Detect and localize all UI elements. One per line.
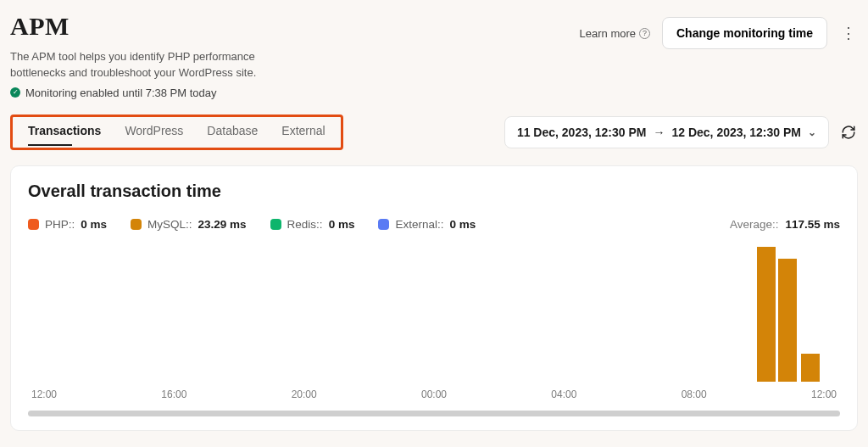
x-tick: 08:00: [682, 388, 707, 400]
date-range-to: 12 Dec, 2023, 12:30 PM: [671, 126, 801, 139]
tab-external[interactable]: External: [281, 124, 325, 141]
legend-mysql-label: MySQL::: [147, 218, 192, 231]
chevron-down-icon: ⌄: [808, 126, 816, 138]
legend-mysql: MySQL:: 23.29 ms: [131, 218, 247, 231]
legend-php-label: PHP::: [45, 218, 75, 231]
chart-bar: [801, 354, 820, 382]
help-icon: ?: [639, 28, 650, 39]
legend-redis-label: Redis::: [287, 218, 323, 231]
chart-bars: [28, 239, 840, 382]
page-title: APM: [10, 12, 568, 41]
legend-redis: Redis:: 0 ms: [270, 218, 355, 231]
x-axis: 12:0016:0020:0000:0004:0008:0012:00: [28, 388, 840, 400]
check-icon: ✓: [10, 87, 20, 98]
monitoring-status: ✓ Monitoring enabled until 7:38 PM today: [10, 87, 568, 99]
date-range-arrow-icon: →: [653, 126, 665, 139]
tab-transactions[interactable]: Transactions: [28, 124, 101, 141]
average-block: Average:: 117.55 ms: [730, 218, 840, 231]
date-range-picker[interactable]: 11 Dec, 2023, 12:30 PM → 12 Dec, 2023, 1…: [504, 116, 829, 148]
x-tick: 20:00: [292, 388, 317, 400]
tab-database[interactable]: Database: [207, 124, 258, 141]
legend-external-label: External::: [395, 218, 443, 231]
learn-more-label: Learn more: [580, 27, 636, 40]
average-label: Average::: [730, 218, 779, 231]
chart: 12:0016:0020:0000:0004:0008:0012:00: [28, 239, 840, 400]
subtitle-line2: bottlenecks and troubleshoot your WordPr…: [10, 66, 256, 79]
x-tick: 04:00: [551, 388, 576, 400]
page-subtitle: The APM tool helps you identify PHP perf…: [10, 49, 290, 81]
chart-horizontal-scrollbar[interactable]: [28, 411, 840, 416]
transaction-time-panel: Overall transaction time PHP:: 0 ms MySQ…: [10, 165, 858, 431]
legend-external: External:: 0 ms: [378, 218, 476, 231]
legend-php-value: 0 ms: [81, 218, 107, 231]
more-options-button[interactable]: ⋮: [839, 25, 858, 41]
legend-external-value: 0 ms: [449, 218, 476, 231]
tabs-highlight-box: Transactions WordPress Database External: [10, 115, 343, 150]
swatch-mysql: [131, 219, 142, 230]
x-tick: 12:00: [31, 388, 57, 400]
refresh-button[interactable]: [839, 123, 858, 142]
average-value: 117.55 ms: [785, 218, 840, 231]
status-text: Monitoring enabled until 7:38 PM today: [25, 87, 216, 99]
chart-bar: [778, 259, 797, 382]
legend-mysql-value: 23.29 ms: [198, 218, 247, 231]
legend-redis-value: 0 ms: [329, 218, 355, 231]
x-tick: 12:00: [811, 388, 837, 400]
legend: PHP:: 0 ms MySQL:: 23.29 ms Redis:: 0 ms…: [28, 218, 840, 231]
swatch-php: [28, 219, 39, 230]
x-tick: 00:00: [421, 388, 447, 400]
chart-bar: [757, 247, 776, 382]
tab-wordpress[interactable]: WordPress: [125, 124, 183, 141]
x-tick: 16:00: [161, 388, 186, 400]
swatch-redis: [270, 219, 281, 230]
panel-title: Overall transaction time: [28, 182, 840, 201]
subtitle-line1: The APM tool helps you identify PHP perf…: [10, 50, 255, 63]
change-monitoring-time-button[interactable]: Change monitoring time: [662, 17, 827, 49]
date-range-from: 11 Dec, 2023, 12:30 PM: [517, 126, 647, 139]
learn-more-link[interactable]: Learn more ?: [580, 27, 650, 40]
legend-php: PHP:: 0 ms: [28, 218, 107, 231]
swatch-external: [378, 219, 389, 230]
